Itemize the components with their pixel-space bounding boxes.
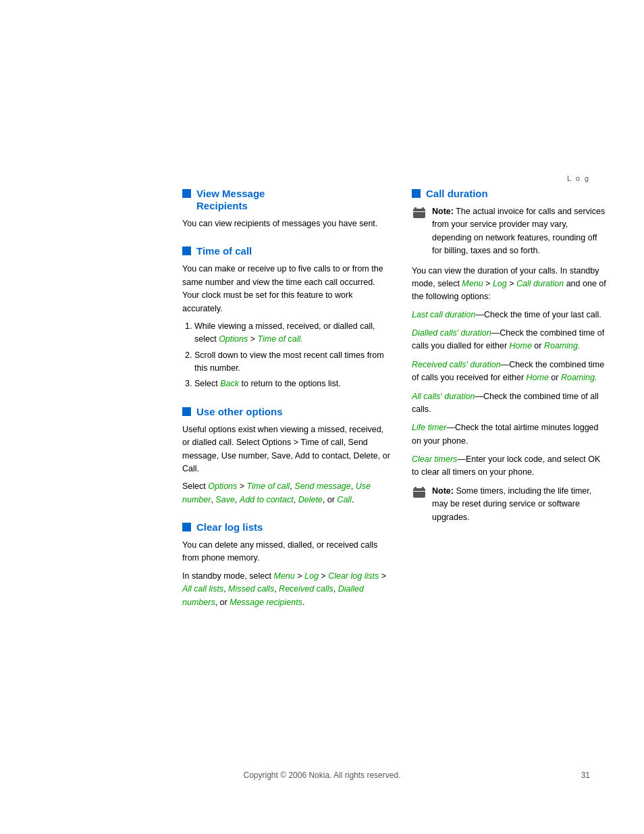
section-title-clear-log: Clear log lists — [182, 521, 392, 533]
blue-square-icon-4 — [182, 523, 191, 531]
duration-item-received: Received calls' duration—Check the combi… — [412, 359, 608, 385]
note-label-2: Note: — [432, 486, 454, 496]
clear-log-body: You can delete any missed, dialled, or r… — [182, 539, 392, 609]
page-number: 31 — [581, 771, 590, 780]
options-link: Options — [219, 334, 248, 344]
view-message-heading: View MessageRecipients — [196, 188, 265, 212]
call-duration-intro: You can view the duration of your calls.… — [412, 265, 608, 304]
note-box-1: Note: The actual invoice for calls and s… — [412, 205, 608, 258]
note-text-2: Note: Some timers, including the life ti… — [432, 485, 608, 524]
time-list-item-1: While viewing a missed, received, or dia… — [194, 320, 392, 346]
cd-callduration-link: Call duration — [516, 279, 564, 288]
note-content-1: The actual invoice for calls and service… — [432, 207, 605, 255]
call-duration-body: Note: The actual invoice for calls and s… — [412, 205, 608, 524]
all-call-lists-link: All call lists — [182, 584, 223, 594]
note-content-2: Some timers, including the life timer, m… — [432, 486, 591, 522]
page-label: L o g — [567, 174, 590, 182]
svg-rect-2 — [422, 207, 424, 210]
section-clear-log: Clear log lists You can delete any misse… — [182, 521, 392, 609]
roaming-link-2: Roaming. — [561, 373, 597, 382]
note-icon-1 — [412, 206, 427, 221]
clear-log-lists-link: Clear log lists — [328, 571, 379, 581]
dialled-duration-link: Dialled calls' duration — [412, 328, 491, 338]
duration-item-clear: Clear timers—Enter your lock code, and s… — [412, 453, 608, 479]
section-title-view-message: View MessageRecipients — [182, 188, 392, 212]
cd-log-link: Log — [493, 279, 507, 288]
section-use-other: Use other options Useful options exist w… — [182, 406, 392, 506]
content-area: View MessageRecipients You can view reci… — [182, 188, 628, 624]
roaming-link-1: Roaming. — [544, 341, 581, 350]
section-time-of-call: Time of call You can make or receive up … — [182, 245, 392, 390]
last-call-duration-link: Last call duration — [412, 310, 476, 319]
duration-item-dialled: Dialled calls' duration—Check the combin… — [412, 327, 608, 353]
use-other-text-1: Useful options exist when viewing a miss… — [182, 423, 392, 476]
section-title-call-duration: Call duration — [412, 188, 608, 200]
duration-item-last: Last call duration—Check the time of you… — [412, 309, 608, 321]
received-calls-link: Received calls — [279, 584, 333, 594]
home-link-2: Home — [527, 373, 549, 382]
message-recipients-link: Message recipients — [230, 598, 302, 607]
svg-rect-0 — [413, 209, 425, 218]
section-view-message-recipients: View MessageRecipients You can view reci… — [182, 188, 392, 230]
clear-timers-link: Clear timers — [412, 454, 457, 464]
clear-log-text-2: In standby mode, select Menu > Log > Cle… — [182, 570, 392, 609]
svg-rect-4 — [413, 488, 425, 498]
svg-rect-1 — [414, 207, 417, 210]
clear-menu-link: Menu — [274, 571, 295, 581]
missed-calls-link: Missed calls — [228, 584, 274, 594]
section-title-time: Time of call — [182, 245, 392, 257]
home-link-1: Home — [510, 341, 532, 350]
svg-rect-6 — [422, 487, 424, 490]
time-of-call-link: Time of call. — [257, 334, 302, 344]
view-message-text: You can view recipients of messages you … — [182, 217, 392, 230]
section-call-duration: Call duration — [412, 188, 608, 524]
clear-log-heading: Clear log lists — [196, 521, 263, 533]
duration-item-life: Life timer—Check the total airtime minut… — [412, 421, 608, 448]
last-call-duration-text: —Check the time of your last call. — [476, 310, 601, 319]
time-list-item-3: Select Back to return to the options lis… — [194, 377, 392, 390]
time-of-call-list: While viewing a missed, received, or dia… — [182, 320, 392, 391]
received-duration-link: Received calls' duration — [412, 360, 501, 369]
blue-square-icon-3 — [182, 407, 191, 416]
svg-rect-7 — [413, 491, 425, 492]
note-text-1: Note: The actual invoice for calls and s… — [432, 205, 608, 258]
svg-rect-3 — [413, 211, 425, 212]
footer-copyright: Copyright © 2006 Nokia. All rights reser… — [0, 771, 644, 780]
all-calls-duration-link: All calls' duration — [412, 392, 475, 401]
use-other-heading: Use other options — [196, 406, 283, 418]
blue-square-icon-5 — [412, 189, 421, 198]
cd-menu-link: Menu — [462, 279, 483, 288]
clear-log-text-1: You can delete any missed, dialled, or r… — [182, 539, 392, 565]
time-of-call-text: You can make or receive up to five calls… — [182, 263, 392, 315]
duration-item-all: All calls' duration—Check the combined t… — [412, 390, 608, 417]
right-column: Call duration — [412, 188, 608, 624]
blue-square-icon-2 — [182, 246, 191, 255]
time-list-item-2: Scroll down to view the most recent call… — [194, 349, 392, 375]
left-column: View MessageRecipients You can view reci… — [182, 188, 392, 624]
note-label-1: Note: — [432, 207, 454, 216]
view-message-body: You can view recipients of messages you … — [182, 217, 392, 230]
clear-log-link: Log — [304, 571, 319, 581]
svg-rect-5 — [414, 487, 417, 490]
life-timer-link: Life timer — [412, 423, 446, 432]
page: L o g View MessageRecipients You can vie… — [0, 0, 644, 834]
time-of-call-body: You can make or receive up to five calls… — [182, 263, 392, 390]
call-duration-heading: Call duration — [426, 188, 488, 200]
blue-square-icon — [182, 189, 191, 198]
note-icon-2 — [412, 486, 427, 500]
note-box-2: Note: Some timers, including the life ti… — [412, 485, 608, 524]
section-title-use-other: Use other options — [182, 406, 392, 418]
back-link: Back — [220, 379, 239, 388]
use-other-body: Useful options exist when viewing a miss… — [182, 423, 392, 506]
time-of-call-heading: Time of call — [196, 245, 252, 257]
use-other-text-2: Select Options > Time of call, Send mess… — [182, 480, 392, 506]
